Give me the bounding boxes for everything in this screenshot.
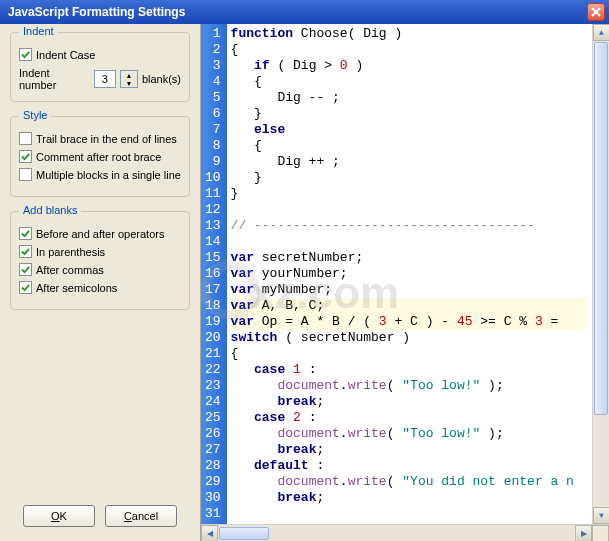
- blanks-legend: Add blanks: [19, 204, 81, 216]
- main-area: Indent Indent Case Indent number ▲▼ blan…: [0, 24, 609, 541]
- line-number: 22: [205, 362, 221, 378]
- scroll-left-button[interactable]: ◀: [201, 525, 218, 541]
- indent-group: Indent Indent Case Indent number ▲▼ blan…: [10, 32, 190, 102]
- code-line: {: [231, 346, 588, 362]
- line-number: 24: [205, 394, 221, 410]
- scroll-thumb-h[interactable]: [219, 527, 269, 540]
- code-line: var secretNumber;: [231, 250, 588, 266]
- comment-root-label: Comment after root brace: [36, 151, 161, 163]
- line-number: 10: [205, 170, 221, 186]
- line-number: 26: [205, 426, 221, 442]
- code-line: default :: [231, 458, 588, 474]
- code-line: document.write( "Too low!" );: [231, 378, 588, 394]
- trail-brace-label: Trail brace in the end of lines: [36, 133, 177, 145]
- code-line: var myNumber;: [231, 282, 588, 298]
- indent-legend: Indent: [19, 25, 58, 37]
- code-line: else: [231, 122, 588, 138]
- cancel-button[interactable]: Cancel: [105, 505, 177, 527]
- code-line: }: [231, 170, 588, 186]
- parenthesis-label: In parenthesis: [36, 246, 105, 258]
- comment-root-checkbox[interactable]: [19, 150, 32, 163]
- code-line: var Op = A * B / ( 3 + C ) - 45 >= C % 3…: [231, 314, 588, 330]
- line-number: 1: [205, 26, 221, 42]
- line-number: 29: [205, 474, 221, 490]
- line-number: 15: [205, 250, 221, 266]
- trail-brace-checkbox[interactable]: [19, 132, 32, 145]
- blanks-suffix-label: blank(s): [142, 73, 181, 85]
- code-area: 1234567891011121314151617181920212223242…: [201, 24, 609, 524]
- code-line: case 2 :: [231, 410, 588, 426]
- scroll-thumb-v[interactable]: [594, 42, 608, 415]
- ok-button[interactable]: OK: [23, 505, 95, 527]
- line-number: 27: [205, 442, 221, 458]
- line-number: 12: [205, 202, 221, 218]
- semicolons-checkbox[interactable]: [19, 281, 32, 294]
- code-line: {: [231, 74, 588, 90]
- line-number: 16: [205, 266, 221, 282]
- line-number: 14: [205, 234, 221, 250]
- code-line: // ------------------------------------: [231, 218, 588, 234]
- multiple-blocks-checkbox[interactable]: [19, 168, 32, 181]
- close-icon: [591, 7, 601, 17]
- code-line: break;: [231, 442, 588, 458]
- code-line: }: [231, 106, 588, 122]
- line-number: 8: [205, 138, 221, 154]
- code-line: var A, B, C;: [231, 298, 588, 314]
- line-number: 20: [205, 330, 221, 346]
- line-number: 31: [205, 506, 221, 522]
- code-line: var yourNumber;: [231, 266, 588, 282]
- line-number: 21: [205, 346, 221, 362]
- line-number: 7: [205, 122, 221, 138]
- code-line: break;: [231, 394, 588, 410]
- code-line: {: [231, 42, 588, 58]
- line-number: 3: [205, 58, 221, 74]
- multiple-blocks-label: Multiple blocks in a single line: [36, 169, 181, 181]
- code-content[interactable]: function Choose( Dig ){ if ( Dig > 0 ) {…: [227, 24, 592, 524]
- vertical-scrollbar[interactable]: ▲ ▼: [592, 24, 609, 524]
- code-line: break;: [231, 490, 588, 506]
- line-number: 4: [205, 74, 221, 90]
- scroll-up-button[interactable]: ▲: [593, 24, 609, 41]
- commas-checkbox[interactable]: [19, 263, 32, 276]
- line-number: 2: [205, 42, 221, 58]
- scroll-down-button[interactable]: ▼: [593, 507, 609, 524]
- indent-case-checkbox[interactable]: [19, 48, 32, 61]
- line-number: 19: [205, 314, 221, 330]
- code-line: Dig ++ ;: [231, 154, 588, 170]
- line-number: 11: [205, 186, 221, 202]
- settings-sidebar: Indent Indent Case Indent number ▲▼ blan…: [0, 24, 200, 541]
- code-line: {: [231, 138, 588, 154]
- code-line: document.write( "Too low!" );: [231, 426, 588, 442]
- style-group: Style Trail brace in the end of lines Co…: [10, 116, 190, 197]
- horizontal-scrollbar[interactable]: ◀ ▶: [201, 524, 609, 541]
- code-line: case 1 :: [231, 362, 588, 378]
- style-legend: Style: [19, 109, 51, 121]
- code-line: document.write( "You did not enter a n: [231, 474, 588, 490]
- indent-number-input[interactable]: [94, 70, 116, 88]
- dialog-buttons: OK Cancel: [10, 505, 190, 533]
- code-line: Dig -- ;: [231, 90, 588, 106]
- window-title: JavaScript Formatting Settings: [8, 5, 185, 19]
- code-line: if ( Dig > 0 ): [231, 58, 588, 74]
- indent-number-spinner[interactable]: ▲▼: [120, 70, 138, 88]
- semicolons-label: After semicolons: [36, 282, 117, 294]
- line-number: 28: [205, 458, 221, 474]
- code-line: [231, 506, 588, 522]
- line-number: 5: [205, 90, 221, 106]
- indent-number-label: Indent number: [19, 67, 90, 91]
- parenthesis-checkbox[interactable]: [19, 245, 32, 258]
- operators-checkbox[interactable]: [19, 227, 32, 240]
- operators-label: Before and after operators: [36, 228, 164, 240]
- line-number: 17: [205, 282, 221, 298]
- indent-case-label: Indent Case: [36, 49, 95, 61]
- close-button[interactable]: [587, 3, 605, 21]
- scroll-right-button[interactable]: ▶: [575, 525, 592, 541]
- line-number: 18: [205, 298, 221, 314]
- commas-label: After commas: [36, 264, 104, 276]
- title-bar: JavaScript Formatting Settings: [0, 0, 609, 24]
- line-number: 23: [205, 378, 221, 394]
- blanks-group: Add blanks Before and after operators In…: [10, 211, 190, 310]
- code-line: [231, 202, 588, 218]
- scroll-corner: [592, 525, 609, 541]
- code-line: switch ( secretNumber ): [231, 330, 588, 346]
